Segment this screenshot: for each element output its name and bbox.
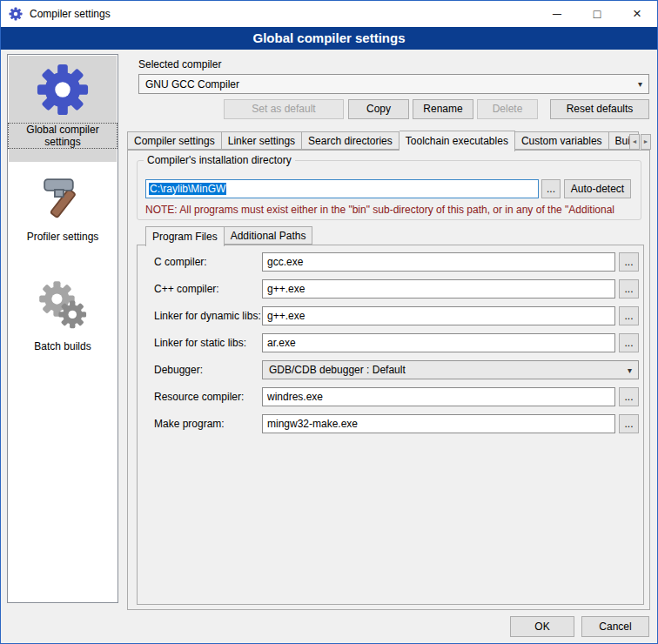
make-program-input[interactable] (262, 414, 615, 433)
delete-button[interactable]: Delete (477, 99, 538, 119)
tab-custom-variables[interactable]: Custom variables (515, 131, 609, 150)
tab-additional-paths[interactable]: Additional Paths (225, 226, 313, 245)
auto-detect-button[interactable]: Auto-detect (564, 179, 631, 198)
installation-directory-value: C:\raylib\MinGW (149, 183, 226, 195)
installation-directory-group-title: Compiler's installation directory (144, 154, 295, 166)
close-icon: × (633, 5, 641, 23)
resource-compiler-browse-button[interactable]: ... (619, 387, 639, 406)
static-linker-browse-button[interactable]: ... (619, 333, 639, 352)
static-linker-input[interactable] (262, 333, 615, 352)
compiler-select[interactable]: GNU GCC Compiler ▾ (138, 74, 649, 94)
tab-program-files[interactable]: Program Files (145, 226, 225, 246)
bin-subdirectory-note: NOTE: All programs must exist either in … (145, 204, 645, 216)
selected-compiler-label: Selected compiler (138, 58, 221, 70)
sidebar-item-label: Profiler settings (9, 231, 117, 243)
installation-directory-browse-button[interactable]: ... (541, 179, 561, 198)
tab-search-directories[interactable]: Search directories (302, 131, 400, 150)
sidebar-item-global-compiler-settings[interactable]: Global compiler settings (9, 56, 117, 162)
installation-directory-input[interactable]: C:\raylib\MinGW (145, 179, 539, 198)
tab-scroll-right-button[interactable]: ► (641, 134, 651, 150)
c-compiler-browse-button[interactable]: ... (619, 252, 639, 272)
blue-gear-icon (36, 63, 90, 117)
profiler-tools-icon (37, 171, 88, 224)
make-program-browse-button[interactable]: ... (619, 414, 639, 433)
minimize-button[interactable]: ─ (537, 1, 577, 27)
compiler-select-value: GNU GCC Compiler (145, 78, 239, 91)
sidebar-item-profiler-settings[interactable]: Profiler settings (9, 171, 117, 243)
app-icon (9, 7, 23, 21)
ok-button[interactable]: OK (510, 616, 574, 637)
debugger-select-value: GDB/CDB debugger : Default (269, 364, 406, 376)
dynamic-linker-browse-button[interactable]: ... (619, 306, 639, 325)
dialog-banner: Global compiler settings (1, 27, 657, 50)
window-title: Compiler settings (30, 8, 111, 20)
dynamic-linker-input[interactable] (262, 306, 615, 325)
resource-compiler-label: Resource compiler: (154, 387, 244, 406)
tab-compiler-settings[interactable]: Compiler settings (127, 131, 222, 150)
c-compiler-input[interactable] (262, 252, 615, 272)
close-button[interactable]: × (617, 1, 657, 27)
minimize-icon: ─ (553, 7, 561, 21)
compiler-settings-window: Compiler settings ─ □ × Global compiler … (0, 0, 658, 644)
maximize-button[interactable]: □ (577, 1, 617, 27)
debugger-label: Debugger: (154, 360, 203, 379)
rename-button[interactable]: Rename (413, 99, 473, 119)
chevron-down-icon: ▾ (628, 366, 632, 375)
set-as-default-button[interactable]: Set as default (224, 99, 344, 119)
static-linker-label: Linker for static libs: (154, 333, 246, 352)
cancel-button[interactable]: Cancel (581, 616, 649, 637)
tab-toolchain-executables[interactable]: Toolchain executables (400, 131, 515, 151)
dynamic-linker-label: Linker for dynamic libs: (154, 306, 261, 325)
tab-scroll-left-button[interactable]: ◄ (629, 134, 640, 150)
settings-tabstrip: Compiler settings Linker settings Search… (127, 130, 639, 151)
resource-compiler-input[interactable] (262, 387, 615, 406)
make-program-label: Make program: (154, 414, 225, 433)
sidebar-item-label: Global compiler settings (9, 124, 117, 148)
cpp-compiler-input[interactable] (262, 279, 615, 299)
tab-linker-settings[interactable]: Linker settings (222, 131, 302, 150)
settings-sidebar: Global compiler settings Profiler settin… (7, 54, 118, 603)
cpp-compiler-label: C++ compiler: (154, 279, 219, 299)
cpp-compiler-browse-button[interactable]: ... (619, 279, 639, 299)
copy-button[interactable]: Copy (348, 99, 409, 119)
maximize-icon: □ (594, 7, 601, 21)
titlebar: Compiler settings ─ □ × (1, 1, 657, 27)
chevron-down-icon: ▾ (638, 79, 642, 89)
debugger-select[interactable]: GDB/CDB debugger : Default ▾ (262, 360, 639, 379)
c-compiler-label: C compiler: (154, 252, 207, 272)
program-files-tabstrip: Program Files Additional Paths (145, 225, 312, 245)
reset-defaults-button[interactable]: Reset defaults (550, 99, 649, 119)
